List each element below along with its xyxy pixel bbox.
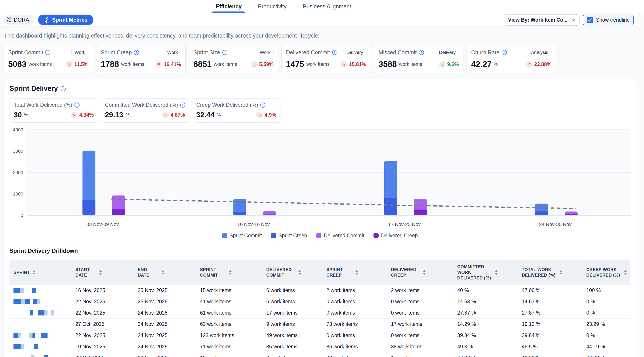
table-row[interactable]: 16 Nov, 202525 Nov, 202515 work items6 w… <box>10 285 630 296</box>
info-icon[interactable]: i <box>74 102 80 108</box>
dora-label: DORA <box>14 17 29 23</box>
metric-card-value: 1475 <box>286 60 304 69</box>
column-header-label: Delivered Commit <box>266 267 296 278</box>
sort-icon[interactable] <box>298 270 301 275</box>
column-header-sprint-commit[interactable]: Sprint Commit <box>196 263 262 282</box>
table-cell: 25 Nov, 2025 <box>134 287 196 293</box>
info-icon[interactable]: i <box>180 102 185 108</box>
delivery-subcard-creep-work-delivered-: Creep Work Delivered (%)i32.44%↘4.9% <box>192 98 280 123</box>
info-icon[interactable]: i <box>502 50 507 55</box>
sprint-metrics-label: Sprint Metrics <box>52 17 88 23</box>
metric-card-value: 5063 <box>8 60 26 69</box>
svg-text:4000: 4000 <box>13 127 23 132</box>
info-icon[interactable]: i <box>45 50 50 55</box>
table-row[interactable]: 22 Nov, 202524 Nov, 2025123 work items49… <box>10 330 630 341</box>
column-header-creep-work-delivered-[interactable]: Creep Work Delivered (%) <box>582 263 630 282</box>
table-cell: 46.5 % <box>518 344 582 350</box>
sort-icon[interactable] <box>229 270 232 275</box>
redacted-block <box>34 355 44 357</box>
sort-icon[interactable] <box>161 270 164 275</box>
trend-indicator: ↘4.9% <box>256 112 276 118</box>
column-header-total-work-delivered-[interactable]: Total Work Delivered (%) <box>518 263 582 282</box>
column-header-start-date[interactable]: Start Date <box>72 263 134 282</box>
info-icon[interactable]: i <box>222 50 228 55</box>
sort-icon[interactable] <box>624 270 627 275</box>
legend-item-sprint-creep[interactable]: Sprint Creep <box>271 233 307 239</box>
table-cell: 86 work items <box>322 344 387 350</box>
metric-card-title: Sprint Commit <box>8 49 43 56</box>
column-header-committed-work-delivered-[interactable]: Committed Work Delivered (%) <box>453 260 518 285</box>
table-cell: 100 % <box>582 287 630 293</box>
trendline-checkbox[interactable] <box>587 17 593 23</box>
tab-efficiency[interactable]: Efficiency <box>214 0 242 13</box>
table-row[interactable]: 29 Oct, 202523 Nov, 202519 work items9 w… <box>10 352 630 357</box>
column-header-delivered-creep[interactable]: Delivered Creep <box>387 263 453 282</box>
table-cell: 6 work items <box>262 299 322 305</box>
info-icon[interactable]: i <box>332 50 337 55</box>
subcard-title: Committed Work Delivered (%) <box>105 102 178 108</box>
trend-value: 4.9% <box>265 112 276 118</box>
redacted-block <box>14 299 21 304</box>
sprint-metrics-button[interactable]: Sprint Metrics <box>38 14 93 25</box>
redacted-block <box>31 355 34 357</box>
table-cell: 0 work items <box>322 299 387 305</box>
view-by-dropdown[interactable]: View By: Work Item Co... <box>504 14 580 26</box>
page-scrollbar-gutter[interactable] <box>637 13 644 357</box>
redacted-block <box>24 344 34 349</box>
redacted-block <box>14 355 31 357</box>
info-icon[interactable]: i <box>419 50 424 55</box>
sort-icon[interactable] <box>99 270 102 275</box>
table-cell: 0 work items <box>322 333 387 339</box>
table-cell: 0 work items <box>322 310 387 316</box>
sort-asc-icon <box>32 270 36 272</box>
dora-button[interactable]: DORA DORA <box>3 15 34 25</box>
tab-productivity[interactable]: Productivity <box>257 0 287 13</box>
table-cell: 29 Oct, 2025 <box>72 355 134 357</box>
drilldown-title: Sprint Delivery Drilldown <box>10 247 630 254</box>
table-row[interactable]: 27 Oct, 202524 Nov, 202563 work items9 w… <box>10 319 630 330</box>
column-header-sprint-creep[interactable]: Sprint Creep <box>322 263 387 282</box>
sprint-delivery-title: Sprint Delivery <box>10 85 58 93</box>
subcard-unit: % <box>126 112 130 117</box>
legend-item-delivered-commit[interactable]: Delivered Commit <box>316 233 364 239</box>
sort-icon[interactable] <box>355 270 358 275</box>
column-header-end-date[interactable]: End Date <box>134 263 196 282</box>
column-header-label: Sprint Commit <box>200 267 226 278</box>
table-row[interactable]: 22 Nov, 202525 Nov, 202541 work items6 w… <box>10 296 630 307</box>
redacted-block <box>37 299 40 304</box>
table-row[interactable]: 22 Nov, 202524 Nov, 202561 work items17 … <box>10 307 630 319</box>
sort-asc-icon <box>298 270 301 272</box>
column-header-sprint[interactable]: Sprint <box>10 266 72 279</box>
legend-item-sprint-commit[interactable]: Sprint Commit <box>222 233 262 239</box>
redacted-block <box>21 299 26 304</box>
show-trendline-label: Show trendline <box>596 17 630 23</box>
metric-card-badge: Work <box>256 49 274 56</box>
redacted-block <box>20 333 30 338</box>
sort-icon[interactable] <box>423 270 426 275</box>
redacted-block <box>41 333 48 338</box>
table-row[interactable]: 10 Nov, 202524 Nov, 202571 work items35 … <box>10 341 630 352</box>
column-header-delivered-commit[interactable]: Delivered Commit <box>262 263 322 282</box>
table-cell: 22 Nov, 2025 <box>72 310 134 316</box>
info-icon[interactable]: i <box>260 102 266 108</box>
drilldown-table: SprintStart DateEnd DateSprint CommitDel… <box>10 260 630 357</box>
trend-indicator: ↘4.34% <box>71 112 94 118</box>
legend-item-delivered-creep[interactable]: Delivered Creep <box>374 233 418 239</box>
info-icon[interactable]: i <box>60 86 66 91</box>
tab-business-alignment[interactable]: Business Alignment <box>302 0 352 13</box>
redacted-block <box>30 310 33 316</box>
metric-card-missed-commit: Missed CommitiDelivery3588work items↘9.6… <box>374 45 464 73</box>
show-trendline-toggle[interactable]: Show trendline <box>583 14 634 25</box>
table-cell: 22 Nov, 2025 <box>72 333 134 339</box>
trend-down-arrow-icon: ↘ <box>71 112 77 118</box>
column-header-label: End Date <box>138 267 159 278</box>
redacted-block <box>14 344 20 349</box>
sort-icon[interactable] <box>495 270 498 275</box>
sort-icon[interactable] <box>32 270 36 275</box>
metric-card-title: Missed Commit <box>378 49 416 56</box>
sort-icon[interactable] <box>559 270 562 275</box>
metric-card-delivered-commit: Delivered CommitiDelivery1475work items↘… <box>281 45 371 73</box>
info-icon[interactable]: i <box>134 50 139 55</box>
sort-desc-icon <box>423 273 426 275</box>
trend-value: 4.87% <box>170 112 185 118</box>
